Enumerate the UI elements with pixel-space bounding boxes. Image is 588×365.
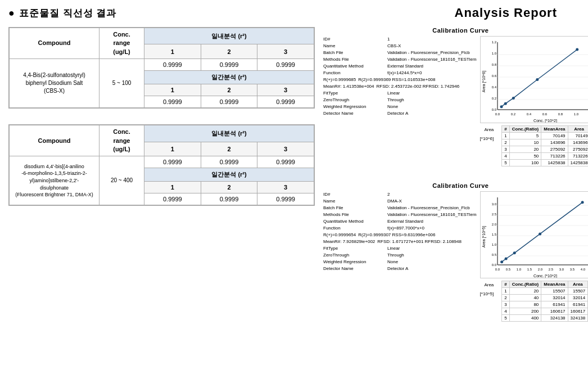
- table-cell: 3: [502, 146, 509, 153]
- chart1-r1v: R(2)=0.9999369 RSS=1.016533e+008: [358, 76, 435, 83]
- table-cell: 275092: [568, 146, 588, 153]
- chart2-batch-value: Validation - Fluorescense_Precision_Flcb: [387, 205, 470, 211]
- table-cell: 4: [502, 308, 509, 315]
- chart2-data-table: # Conc.(Ratio) MeanArea Area 12015507155…: [501, 281, 588, 322]
- table-2: Compound Conc.range(ug/L) 일내분석 (r²) 1 2 …: [9, 125, 314, 205]
- table-cell: 32014: [568, 295, 588, 301]
- svg-point-23: [500, 105, 503, 108]
- svg-text:3.0: 3.0: [559, 268, 564, 271]
- chart1-methods-label: Methods File: [323, 56, 385, 63]
- svg-text:0.8: 0.8: [558, 112, 563, 116]
- chart1-fittype-label: FitType: [323, 90, 385, 97]
- table-cell: 713226: [568, 153, 588, 160]
- chart1-data-table: # Conc.(Ratio) MeanArea Area 15701497014…: [501, 125, 588, 166]
- svg-text:1.0: 1.0: [573, 112, 578, 116]
- chart2-meanrv: RFSD: 1.671727e+001 RFRSD: 2.108948: [377, 238, 462, 245]
- conc-range-2: 20 ~ 400: [99, 156, 144, 205]
- chart1-id-value: 1: [387, 36, 390, 43]
- chart2-svg: Area [*10^5] 0.0 0.5 1.0 1.5 2.0 2.5 3.0: [480, 191, 588, 278]
- table-section-1: Compound Conc.range(ug/L) 일내분석 (r²) 1 2 …: [8, 27, 315, 109]
- intra-val3-1: 0.9999: [257, 59, 314, 71]
- table-cell: 50: [509, 153, 541, 160]
- table-cell: 2: [502, 139, 509, 146]
- table-cell: 20: [509, 288, 541, 295]
- inter-col2-header-2: 2: [201, 182, 257, 193]
- main-content: Compound Conc.range(ug/L) 일내분석 (r²) 1 2 …: [8, 27, 580, 330]
- intra-col1-header: 1: [144, 44, 201, 59]
- chart1-detector-label: Detector Name: [323, 110, 385, 117]
- svg-text:1.5: 1.5: [527, 268, 532, 271]
- svg-point-27: [576, 48, 578, 51]
- chart1-th-conc: Conc.(Ratio): [509, 126, 541, 133]
- right-panel: Calibration Curve ID#1 NameCBS-X Batch F…: [323, 27, 588, 330]
- intra-header-2: 일내분석 (r²): [144, 125, 314, 142]
- svg-text:0.5: 0.5: [491, 253, 496, 256]
- svg-text:0.2: 0.2: [491, 97, 496, 100]
- svg-text:0.5: 0.5: [505, 268, 510, 271]
- intra-val1-1: 0.9999: [144, 59, 201, 71]
- svg-text:Conc. [*10^2]: Conc. [*10^2]: [533, 119, 557, 123]
- intra-col3-header: 3: [257, 44, 314, 59]
- table-1: Compound Conc.range(ug/L) 일내분석 (r²) 1 2 …: [9, 28, 314, 108]
- conc-range-1: 5 ~ 100: [99, 59, 144, 108]
- chart2-name-label: Name: [323, 198, 385, 205]
- chart2-weighted-label: Weighted Regression: [323, 259, 385, 265]
- chart2-quant-value: External Standard: [387, 218, 423, 225]
- svg-point-59: [581, 201, 584, 204]
- chart2-detector-label: Detector Name: [323, 265, 385, 272]
- inter-val1-1: 0.9999: [144, 96, 201, 108]
- chart1-batch-value: Validation - Fluorescense_Precision_Flcb: [387, 49, 470, 56]
- chart1-func-label: Function: [323, 70, 385, 76]
- table-cell: 70149: [541, 133, 568, 139]
- svg-text:4.0: 4.0: [580, 268, 585, 271]
- svg-text:Area [*10^5]: Area [*10^5]: [482, 226, 486, 247]
- chart2-th-mean: MeanArea: [541, 281, 568, 288]
- intra-val3-2: 0.9999: [257, 156, 314, 168]
- table-cell: 5: [509, 133, 541, 139]
- chart2-info: ID#2 NameDMA-X Batch FileValidation - Fl…: [323, 191, 477, 272]
- chart1-th-area: Area: [568, 126, 588, 133]
- inter-val3-2: 0.9999: [257, 193, 314, 205]
- inter-col3-header: 3: [257, 84, 314, 96]
- chart1-zero-label: ZeroThrough: [323, 97, 385, 103]
- svg-text:Area [*10^6]: Area [*10^6]: [482, 71, 486, 92]
- chart2-func-value: f(x)=897.7000*x+0: [387, 225, 424, 232]
- page-title: 표준물질 직선성 결과: [19, 7, 116, 20]
- chart1-weighted-label: Weighted Regression: [323, 103, 385, 110]
- table-cell: 400: [509, 315, 541, 322]
- chart1-area-header: Area[*10^6]: [480, 125, 494, 143]
- chart1-weighted-value: None: [387, 103, 398, 110]
- chart2-id-value: 2: [387, 191, 390, 198]
- chart1-quant-value: External Standard: [387, 63, 423, 70]
- chart1-name-value: CBS-X: [387, 43, 401, 49]
- table-cell: 324138: [568, 315, 588, 322]
- svg-text:1.0: 1.0: [491, 52, 496, 55]
- compound-header-2: Compound: [10, 125, 99, 156]
- svg-text:2.5: 2.5: [548, 268, 553, 271]
- svg-point-25: [512, 97, 514, 100]
- chart2-th-area: Area: [568, 281, 588, 288]
- chart1-title: Calibration Curve: [323, 27, 588, 34]
- table-cell: 4: [502, 153, 509, 160]
- inter-val2-2: 0.9999: [201, 193, 257, 205]
- chart1-func-value: f(x)=14244.5*x+0: [387, 70, 422, 76]
- table-cell: 5: [502, 160, 509, 166]
- chart2-weighted-value: None: [387, 259, 398, 265]
- intra-col2-header: 2: [201, 44, 257, 59]
- chart1-info: ID#1 NameCBS-X Batch FileValidation - Fl…: [323, 36, 477, 117]
- page-header: ● 표준물질 직선성 결과 Analysis Report: [8, 6, 580, 20]
- chart2-zero-value: Through: [387, 252, 404, 259]
- inter-header-1: 일간분석 (r²): [144, 71, 314, 84]
- chart1-zero-value: Through: [387, 97, 404, 103]
- svg-text:Conc. [*10^2]: Conc. [*10^2]: [533, 274, 557, 278]
- conc-header-1: Conc.range(ug/L): [99, 28, 144, 59]
- chart2-methods-value: Validation - Fluorescense_181016_TESTlem: [387, 211, 477, 218]
- chart1-methods-value: Validation - Fluorescense_181016_TESTlem: [387, 56, 477, 63]
- svg-point-57: [513, 251, 515, 254]
- table-cell: 80: [509, 301, 541, 308]
- table-cell: 10: [509, 139, 541, 146]
- chart2-id-label: ID#: [323, 191, 385, 198]
- svg-text:0.0: 0.0: [495, 268, 500, 271]
- table-cell: 160617: [541, 308, 568, 315]
- intra-col3-header-2: 3: [257, 142, 314, 156]
